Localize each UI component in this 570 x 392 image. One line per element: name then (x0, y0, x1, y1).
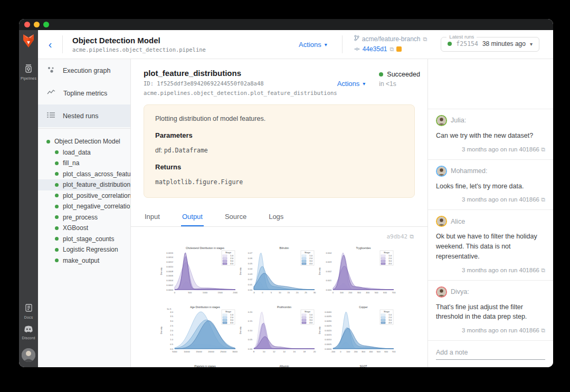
succeeded-dot (55, 205, 59, 208)
svg-text:4.0: 4.0 (388, 321, 392, 324)
tree-item-plot_feature_distributions[interactable]: plot_feature_distributions (38, 179, 130, 190)
tab-logs[interactable]: Logs (268, 208, 284, 226)
svg-text:Bilirubin: Bilirubin (280, 246, 289, 250)
run-detail-panel: plot_feature_distributions ID: 1f525ddf3… (131, 59, 428, 367)
succeeded-dot (55, 183, 59, 187)
copy-artifact-hash-button[interactable]: ⧉ (410, 233, 414, 240)
tab-source[interactable]: Source (224, 208, 248, 226)
latest-runs-dropdown[interactable]: Latest runs f25154 38 minutes ago ▾ (441, 37, 539, 52)
pipeline-actions-button[interactable]: Actions▾ (284, 41, 342, 49)
returns-heading: Returns (155, 163, 403, 171)
svg-text:0.0000: 0.0000 (166, 289, 173, 291)
svg-text:0.06: 0.06 (248, 257, 253, 260)
tree-item-xgboost[interactable]: XGBoost (38, 223, 130, 234)
nav-item-nested-runs[interactable]: Nested runs (38, 104, 130, 127)
discord-icon (24, 326, 33, 335)
svg-text:Stage: Stage (225, 251, 232, 254)
svg-text:0.5: 0.5 (170, 343, 173, 346)
svg-text:0.00: 0.00 (248, 348, 253, 350)
svg-text:0.0014: 0.0014 (166, 256, 173, 259)
tree-item-make_output[interactable]: make_output (38, 255, 130, 266)
comment-timestamp: 3 months ago on run 401866 ⧉ (436, 327, 545, 334)
copy-run-button[interactable]: ⧉ (541, 327, 545, 333)
svg-text:0.004: 0.004 (326, 252, 332, 254)
left-nav-panel: Execution graphTopline metricsNested run… (38, 59, 131, 367)
svg-text:4.0: 4.0 (309, 262, 312, 265)
succeeded-dot (55, 237, 59, 241)
svg-text:0.0005: 0.0005 (325, 343, 331, 346)
copy-run-button[interactable]: ⧉ (541, 146, 545, 152)
pipeline-header: ‹ Object Detection Model acme.pipelines.… (38, 30, 553, 59)
back-button[interactable]: ‹ (38, 39, 62, 50)
tree-item-object-detection-model[interactable]: Object Detection Model (38, 136, 130, 147)
rail-item-pipelines[interactable]: Pipelines (21, 64, 36, 80)
docs-icon (24, 303, 33, 314)
svg-text:500: 500 (188, 291, 192, 294)
tree-item-logistic-regression[interactable]: Logistic Regression (38, 244, 130, 255)
svg-text:0.20: 0.20 (248, 311, 253, 313)
tab-output[interactable]: Output (181, 208, 204, 226)
svg-text:20: 20 (314, 350, 316, 353)
svg-text:0.0030: 0.0030 (325, 320, 331, 322)
svg-text:500: 500 (377, 350, 381, 353)
chevron-down-icon: ▾ (530, 41, 533, 47)
copy-run-button[interactable]: ⧉ (541, 267, 545, 273)
svg-text:Density: Density (318, 267, 321, 275)
tree-item-load_data[interactable]: load_data (38, 147, 130, 158)
succeeded-dot (55, 150, 59, 154)
comment-text: Looks fine, let's try more data. (436, 181, 545, 192)
svg-text:30: 30 (314, 291, 316, 294)
svg-text:2000: 2000 (233, 291, 238, 294)
run-actions-button[interactable]: Actions▾ (337, 71, 366, 96)
copy-branch-button[interactable]: ⧉ (423, 35, 428, 44)
svg-text:3.5: 3.5 (170, 315, 173, 318)
svg-text:Density: Density (160, 267, 163, 275)
svg-text:Density: Density (239, 267, 242, 275)
svg-text:0.07: 0.07 (248, 252, 253, 254)
svg-text:Stage: Stage (225, 310, 232, 313)
svg-text:-100: -100 (331, 350, 336, 353)
run-status: Succeeded in <1s (379, 71, 420, 96)
tree-item-pre_process[interactable]: pre_process (38, 212, 130, 223)
nav-item-topline-metrics[interactable]: Topline metrics (38, 82, 130, 104)
succeeded-dot (55, 161, 59, 165)
rail-item-discord[interactable]: Discord (22, 326, 35, 340)
app-rail: Pipelines Docs (19, 30, 38, 367)
copy-run-button[interactable]: ⧉ (541, 196, 545, 203)
artifact-hash: a9db42 (386, 233, 407, 240)
close-window-button[interactable] (24, 22, 30, 27)
svg-text:Tryglicerides: Tryglicerides (356, 246, 371, 250)
svg-text:2.0: 2.0 (170, 329, 173, 332)
tree-item-plot_positive_correlations[interactable]: plot_positive_correlations (38, 190, 130, 202)
tree-item-plot_stage_counts[interactable]: plot_stage_counts (38, 234, 130, 245)
comment: Divya:That's fine just adjust the filter… (428, 280, 553, 341)
svg-text:0.0006: 0.0006 (166, 274, 173, 277)
svg-text:14: 14 (283, 350, 286, 353)
copy-commit-button[interactable]: ⧉ (390, 45, 394, 54)
svg-text:0.0002: 0.0002 (166, 284, 173, 286)
tab-input[interactable]: Input (144, 208, 161, 226)
tree-item-fill_na[interactable]: fill_na (38, 158, 130, 169)
svg-text:0.02: 0.02 (248, 278, 253, 281)
svg-text:10000: 10000 (184, 350, 190, 353)
svg-text:0.0035: 0.0035 (325, 315, 331, 318)
svg-text:10: 10 (263, 350, 265, 353)
tree-item-plot_class_across_features[interactable]: plot_class_across_features (38, 169, 130, 180)
svg-text:400: 400 (366, 291, 370, 294)
tree-item-plot_negative_correlations[interactable]: plot_negative_correlations (38, 201, 130, 212)
user-avatar[interactable] (22, 348, 35, 362)
fox-logo[interactable] (19, 30, 38, 52)
git-info: acme/feature-branch ⧉ 44e35d1 ⧉ (343, 34, 439, 54)
svg-text:0.0040: 0.0040 (325, 311, 331, 313)
comment-timestamp: 3 months ago on run 401866 ⧉ (436, 146, 545, 153)
git-commit-sha[interactable]: 44e35d1 (363, 44, 387, 54)
rail-item-docs[interactable]: Docs (24, 303, 33, 319)
svg-text:0: 0 (174, 291, 176, 294)
svg-text:1e-5: 1e-5 (167, 308, 172, 310)
svg-text:4.0: 4.0 (170, 311, 173, 313)
minimize-window-button[interactable] (34, 22, 40, 27)
add-note-input[interactable] (436, 348, 545, 360)
svg-text:4.0: 4.0 (230, 262, 233, 265)
nav-item-execution-graph[interactable]: Execution graph (38, 59, 130, 82)
zoom-window-button[interactable] (43, 22, 49, 27)
